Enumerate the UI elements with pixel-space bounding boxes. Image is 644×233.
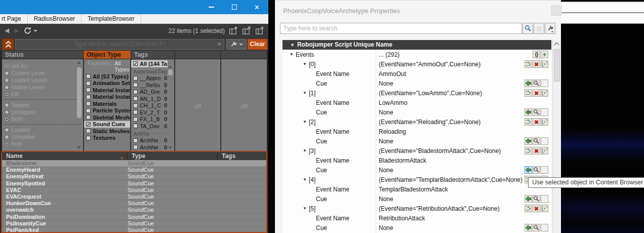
expand-arrow-icon[interactable]: ▼ — [290, 52, 294, 57]
close-panel-button[interactable] — [255, 26, 264, 35]
property-value[interactable]: (EventName="TemplarBladestormAttack",Cue… — [376, 176, 525, 183]
property-label[interactable]: Event Name — [283, 70, 376, 77]
tab-all-types[interactable]: All Types — [113, 60, 131, 72]
find-object-button[interactable] — [533, 137, 540, 145]
minimize-button[interactable] — [200, 0, 223, 14]
status-radio-option[interactable]: Off — [2, 91, 83, 98]
column-header-tags[interactable]: Tags — [218, 152, 266, 160]
property-label[interactable]: Event Name — [283, 99, 376, 106]
properties-search-button[interactable] — [522, 23, 533, 34]
status-scrollbar[interactable] — [76, 61, 82, 149]
tab-template-browser[interactable]: TemplateBrowser — [82, 14, 141, 24]
table-row[interactable]: EnemyRetreatSoundCue — [2, 173, 266, 180]
property-value[interactable]: ... (292) — [376, 51, 533, 58]
tab-favorites[interactable]: Favorites — [86, 60, 112, 72]
clear-search-icon[interactable]: ✕ — [217, 41, 222, 48]
object-type-option[interactable]: All (53 Types) — [84, 73, 130, 80]
property-label[interactable]: Event Name — [283, 215, 376, 222]
clear-reference-button[interactable] — [541, 224, 548, 231]
property-label[interactable]: ▼[1] — [283, 90, 376, 97]
table-row[interactable]: PsiInsanityCueSoundCue — [2, 220, 266, 227]
forward-button[interactable]: ▶ — [14, 27, 19, 34]
table-row[interactable]: EnemySpottedSoundCue — [2, 180, 266, 187]
table-row[interactable]: EVACrequestSoundCue — [2, 193, 266, 200]
table-row[interactable]: overwatchSoundCue — [2, 207, 266, 213]
clear-filters-button[interactable]: Clear — [248, 39, 267, 50]
status-radio-option[interactable]: Current Level — [2, 69, 83, 76]
property-value[interactable]: (EventName="RetributionAttack",Cue=None) — [376, 205, 525, 212]
duplicate-item-button[interactable] — [541, 118, 548, 126]
use-selected-object-button[interactable] — [525, 137, 532, 145]
property-value[interactable]: None — [376, 224, 525, 231]
expand-arrow-icon[interactable]: ▼ — [303, 62, 307, 66]
collapse-filters-button[interactable] — [2, 38, 14, 50]
object-type-option[interactable]: Animation Sets — [84, 80, 130, 87]
column-header-type[interactable]: Type — [128, 152, 218, 160]
status-radio-option[interactable]: Visible Levels — [2, 84, 83, 91]
delete-item-button[interactable]: ✖ — [533, 60, 540, 68]
property-value[interactable]: None — [376, 196, 525, 203]
table-row[interactable]: EnemyHeardSoundCue — [2, 167, 266, 173]
duplicate-item-button[interactable] — [541, 147, 548, 154]
find-object-button[interactable] — [533, 224, 540, 231]
status-radio-option[interactable]: Untagged — [2, 108, 83, 115]
object-type-option[interactable]: Particle System — [84, 107, 130, 114]
insert-item-button[interactable] — [525, 147, 532, 154]
insert-item-button[interactable] — [525, 89, 532, 97]
column-header-name[interactable]: Name ▲ — [2, 152, 128, 160]
table-row[interactable]: PsiPanickedSoundCue — [2, 227, 266, 233]
search-options-button[interactable] — [226, 39, 247, 50]
property-label[interactable]: Cue — [283, 224, 376, 231]
property-value[interactable]: (EventName="AmmoOut",Cue=None) — [376, 61, 525, 68]
scrollbar-thumb[interactable] — [77, 67, 82, 118]
tab-radius-browser[interactable]: RadiusBrowser — [28, 14, 82, 24]
expand-arrow-icon[interactable]: ▼ — [303, 91, 307, 95]
object-type-option[interactable]: Skeletal Meshe — [84, 114, 130, 121]
status-radio-option[interactable]: Loaded — [2, 126, 83, 133]
table-row[interactable]: EVACSoundCue — [2, 187, 266, 193]
find-object-button[interactable] — [533, 195, 540, 203]
clear-reference-button[interactable] — [541, 166, 548, 174]
clear-reference-button[interactable] — [541, 137, 548, 145]
property-value[interactable]: None — [376, 138, 525, 145]
expand-arrow-icon[interactable]: ▼ — [303, 120, 307, 124]
property-value[interactable]: None — [376, 80, 525, 87]
use-selected-object-button[interactable] — [525, 108, 532, 116]
property-label[interactable]: ▼[4] — [283, 176, 376, 183]
property-label[interactable]: Cue — [283, 196, 376, 203]
scrollbar-thumb[interactable] — [168, 69, 173, 75]
window-button[interactable] — [551, 6, 561, 16]
property-value[interactable]: TemplarBladestormAttack — [376, 186, 551, 193]
search-input[interactable]: Type here to search (Ctrl+Shift+F) — [15, 39, 224, 50]
property-label[interactable]: Event Name — [283, 128, 376, 135]
status-column-header[interactable]: Status — [2, 51, 83, 59]
properties-scrollbar[interactable] — [552, 40, 560, 233]
add-item-button[interactable]: + — [541, 51, 548, 58]
insert-item-button[interactable] — [525, 205, 532, 212]
delete-item-button[interactable]: ✖ — [533, 205, 540, 212]
scrollbar-thumb[interactable] — [554, 49, 560, 82]
object-type-option[interactable]: Material Instan — [84, 94, 130, 101]
back-button[interactable]: ◀ — [5, 27, 9, 34]
property-label[interactable]: Cue — [283, 80, 376, 87]
property-value[interactable]: AmmoOut — [376, 70, 551, 77]
new-browser-window-button[interactable] — [229, 26, 238, 35]
object-type-option[interactable]: Materials — [84, 100, 130, 107]
property-label[interactable]: Cue — [283, 138, 376, 145]
object-type-option[interactable]: Material Instan — [84, 87, 130, 94]
property-value[interactable]: (EventName="Reloading",Cue=None) — [376, 119, 525, 126]
property-value[interactable]: None — [376, 109, 525, 116]
property-label[interactable]: Cue — [283, 167, 376, 174]
property-value[interactable]: (EventName="BladestormAttack",Cue=None) — [376, 147, 525, 154]
delete-item-button[interactable]: ✖ — [533, 118, 540, 126]
favorites-button[interactable]: ☆ — [534, 23, 544, 34]
expand-arrow-icon[interactable]: ▼ — [303, 206, 307, 211]
find-object-button[interactable] — [533, 166, 540, 174]
properties-options-button[interactable] — [545, 23, 555, 34]
filter-column-header-empty[interactable] — [175, 51, 220, 59]
find-object-button[interactable] — [533, 108, 540, 116]
property-label[interactable]: ▼[5] — [283, 205, 376, 212]
properties-search-input[interactable]: Type here to search — [280, 23, 522, 34]
refresh-button[interactable] — [23, 26, 32, 37]
close-button[interactable]: ✕ — [246, 0, 268, 14]
